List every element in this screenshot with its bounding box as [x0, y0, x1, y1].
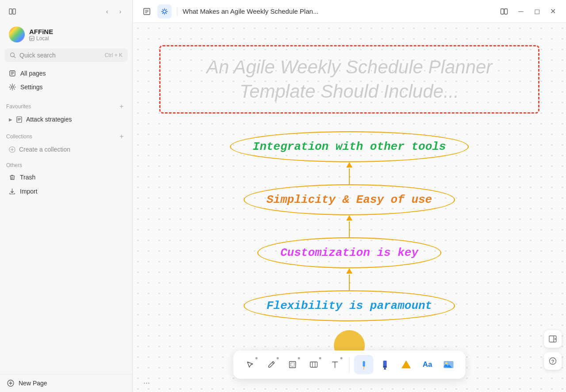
shape-tool-button[interactable]: [397, 355, 416, 374]
help-button[interactable]: ?: [544, 352, 562, 370]
node-wrapper-1: Integration with other tools: [230, 131, 469, 184]
main-content: What Makes an Agile Weekly Schedule Plan…: [133, 0, 566, 392]
svg-rect-25: [145, 12, 147, 13]
node-flexibility[interactable]: Flexibility is paramount: [244, 290, 455, 321]
node-simplicity[interactable]: Simplicity & Easy of use: [244, 184, 455, 215]
nav-back-button[interactable]: ‹: [101, 6, 113, 17]
svg-rect-3: [31, 38, 33, 38]
more-options-button[interactable]: ···: [137, 374, 156, 392]
search-icon: [10, 52, 16, 58]
maximize-button[interactable]: ◻: [531, 5, 543, 18]
arrowhead-3: [346, 268, 352, 274]
settings-nav-item[interactable]: Settings: [3, 80, 130, 94]
document-icon: [16, 116, 23, 123]
node-integration[interactable]: Integration with other tools: [230, 131, 469, 162]
sidebar: ‹ › AFFiNE Local Quick search Ctrl + K: [0, 0, 133, 392]
split-view-icon: [500, 8, 508, 15]
svg-rect-38: [363, 366, 365, 368]
canvas-area[interactable]: An Agile Weekly Schedule Planner Templat…: [133, 23, 566, 392]
minimize-button[interactable]: ─: [515, 5, 527, 18]
frame-tool-button[interactable]: [283, 355, 302, 374]
collections-add-button[interactable]: +: [117, 132, 126, 141]
image-tool-button[interactable]: [439, 355, 459, 374]
settings-label: Settings: [20, 84, 43, 91]
nav-forward-button[interactable]: ›: [115, 6, 126, 17]
all-pages-nav-item[interactable]: All pages: [3, 67, 130, 80]
svg-marker-39: [363, 368, 364, 369]
svg-rect-37: [363, 361, 365, 367]
doc-view-button[interactable]: [140, 4, 154, 19]
frame-tool-dot: [298, 357, 300, 359]
svg-rect-4: [31, 39, 32, 39]
connector-2: [346, 215, 352, 237]
svg-rect-40: [383, 361, 387, 367]
pen-tool-button[interactable]: [262, 355, 281, 374]
import-icon: [9, 188, 15, 195]
node-simplicity-text: Simplicity & Easy of use: [267, 193, 432, 206]
svg-point-11: [11, 86, 14, 88]
new-page-button[interactable]: New Page: [0, 374, 132, 392]
select-tool-dot: [256, 357, 258, 359]
others-title: Others: [6, 162, 22, 168]
node-flexibility-text: Flexibility is paramount: [267, 299, 432, 312]
connector-line-1: [349, 168, 350, 184]
attack-strategies-fav-item[interactable]: ▶ Attack strategies: [3, 113, 130, 126]
import-nav-item[interactable]: Import: [3, 185, 130, 198]
svg-rect-13: [18, 118, 21, 118]
image-icon: [444, 361, 454, 369]
toolbar-divider: [349, 357, 350, 373]
close-button[interactable]: ✕: [547, 5, 559, 18]
new-page-label: New Page: [19, 380, 47, 387]
create-collection-icon: [9, 146, 15, 153]
edgeless-view-button[interactable]: [157, 4, 172, 19]
edgeless-icon: [161, 8, 168, 15]
favourites-add-button[interactable]: +: [117, 102, 126, 111]
split-view-button[interactable]: [497, 4, 511, 19]
svg-rect-28: [505, 9, 508, 14]
search-bar[interactable]: Quick search Ctrl + K: [4, 49, 128, 62]
font-tool-label: Aa: [423, 360, 432, 369]
trash-icon: [9, 174, 15, 181]
collections-section-header: Collections +: [0, 129, 132, 143]
right-panel-icon: [549, 335, 557, 343]
workspace-sub: Local: [29, 35, 53, 42]
pencil-icon: [359, 360, 369, 369]
page-title: What Makes an Agile Weekly Schedule Plan…: [183, 8, 318, 15]
fav-chevron-icon: ▶: [9, 117, 12, 122]
svg-rect-0: [9, 9, 12, 14]
sidebar-toggle-button[interactable]: [6, 5, 19, 18]
connector-line-3: [349, 274, 350, 290]
text-tool-button[interactable]: [325, 355, 345, 374]
node-customization[interactable]: Customization is key: [257, 237, 441, 268]
search-placeholder: Quick search: [19, 52, 101, 59]
title-bar: What Makes an Agile Weekly Schedule Plan…: [133, 0, 566, 23]
right-panel-button[interactable]: [544, 330, 562, 348]
title-divider: [177, 7, 177, 16]
workspace-avatar: [9, 27, 25, 42]
new-page-plus-icon: [7, 380, 14, 387]
svg-line-49: [555, 339, 556, 340]
svg-point-45: [445, 362, 447, 365]
text-tool-dot: [340, 357, 343, 359]
embed-tool-button[interactable]: [304, 355, 324, 374]
trash-nav-item[interactable]: Trash: [3, 171, 130, 184]
marker-tool-button[interactable]: [375, 355, 395, 374]
embed-tool-dot: [319, 357, 321, 359]
svg-text:?: ?: [551, 359, 555, 364]
help-icon: ?: [549, 357, 557, 365]
connector-line-2: [349, 221, 350, 237]
workspace-info: AFFiNE Local: [29, 28, 53, 42]
favourites-title: Favourites: [6, 103, 31, 110]
attack-strategies-label: Attack strategies: [26, 116, 72, 123]
workspace-item[interactable]: AFFiNE Local: [3, 23, 130, 46]
svg-line-29: [272, 362, 274, 364]
pencil-tool-button[interactable]: [354, 355, 374, 374]
font-tool-button[interactable]: Aa: [418, 355, 437, 374]
select-tool-button[interactable]: [241, 355, 260, 374]
create-collection-item[interactable]: Create a collection: [3, 143, 130, 156]
embed-tool-icon: [310, 360, 318, 369]
nav-arrows: ‹ ›: [101, 6, 126, 17]
node-wrapper-2: Simplicity & Easy of use: [244, 184, 455, 237]
trash-label: Trash: [20, 174, 35, 181]
svg-rect-8: [11, 72, 14, 72]
